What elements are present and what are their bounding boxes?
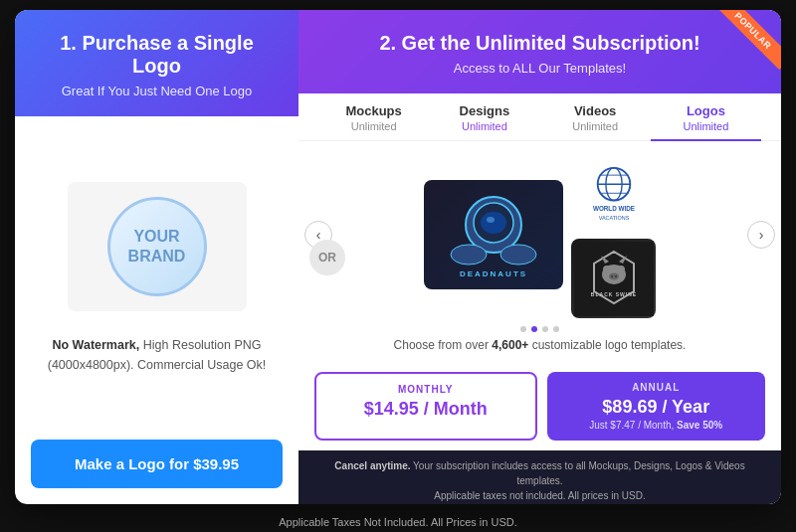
pricing-section: MONTHLY $14.95 / Month ANNUAL $89.69 / Y… — [298, 362, 781, 450]
logo-card-deadnauts[interactable]: DEADNAUTS — [424, 180, 563, 289]
bottom-bar: Applicable Taxes Not Included. All Price… — [0, 512, 796, 532]
right-header: 2. Get the Unlimited Subscription! Acces… — [298, 10, 781, 93]
svg-point-22 — [614, 274, 616, 276]
carousel-desc-suffix: customizable logo templates. — [528, 338, 686, 352]
logo-card-worldwide[interactable]: WORLD WIDE VACATIONS — [571, 151, 656, 231]
logo-card-pigbrand[interactable]: BLACK SWINE — [571, 239, 656, 318]
tab-videos-label: Videos — [544, 103, 647, 118]
monthly-price: $14.95 / Month — [324, 399, 527, 420]
right-footer: Cancel anytime. Your subscription includ… — [298, 450, 781, 504]
carousel-dot-2[interactable] — [531, 326, 537, 332]
left-step-title: 1. Purchase a Single Logo — [35, 32, 279, 78]
carousel-description: Choose from over 4,600+ customizable log… — [394, 338, 687, 352]
svg-point-20 — [609, 272, 619, 279]
pig-logo-visual: BLACK SWINE — [571, 239, 656, 318]
logo-carousel: ‹ — [298, 141, 781, 362]
left-step-subtitle: Great If You Just Need One Logo — [35, 84, 279, 98]
desc-bold: No Watermark, — [52, 338, 139, 352]
annual-sub: Just $7.47 / Month, Save 50% — [555, 420, 758, 431]
svg-text:WORLD WIDE: WORLD WIDE — [592, 205, 634, 212]
svg-point-4 — [451, 245, 487, 265]
make-logo-button[interactable]: Make a Logo for $39.95 — [31, 440, 283, 488]
left-content: YOURBRAND No Watermark, High Resolution … — [15, 116, 298, 440]
annual-price: $89.69 / Year — [555, 397, 758, 418]
svg-text:DEADNAUTS: DEADNAUTS — [460, 269, 527, 278]
tab-logos-sub: Unlimited — [655, 120, 757, 132]
carousel-dots — [520, 326, 559, 332]
tab-videos-sub: Unlimited — [544, 120, 647, 132]
tab-mockups-label: Mockups — [322, 103, 425, 118]
annual-pricing-card[interactable]: ANNUAL $89.69 / Year Just $7.47 / Month,… — [547, 372, 766, 441]
deadnauts-logo-visual: DEADNAUTS — [424, 180, 563, 289]
tab-logos[interactable]: Logos Unlimited — [651, 93, 761, 140]
carousel-dot-3[interactable] — [542, 326, 548, 332]
tab-designs[interactable]: Designs Unlimited — [429, 93, 539, 140]
tab-mockups[interactable]: Mockups Unlimited — [318, 93, 429, 140]
tab-mockups-sub: Unlimited — [322, 120, 425, 132]
brand-circle-wrapper: YOURBRAND — [68, 182, 247, 311]
footer-cancel: Cancel anytime. — [334, 460, 410, 471]
right-step-title: 2. Get the Unlimited Subscription! — [318, 32, 761, 55]
modal-container: 1. Purchase a Single Logo Great If You J… — [15, 10, 781, 504]
tab-videos[interactable]: Videos Unlimited — [540, 93, 651, 140]
svg-point-19 — [617, 266, 625, 273]
popular-badge-text: POPULAR — [715, 10, 781, 70]
svg-text:BLACK SWINE: BLACK SWINE — [590, 291, 636, 297]
logo-cards: DEADNAUTS — [424, 151, 656, 318]
annual-save: Save 50% — [677, 420, 722, 431]
or-divider: OR — [309, 240, 345, 275]
tab-logos-label: Logos — [655, 103, 757, 118]
monthly-pricing-card[interactable]: MONTHLY $14.95 / Month — [314, 372, 537, 441]
single-logo-panel: 1. Purchase a Single Logo Great If You J… — [15, 10, 298, 504]
carousel-next-button[interactable]: › — [747, 221, 775, 249]
carousel-track: ‹ — [298, 151, 781, 318]
tabs-bar: Mockups Unlimited Designs Unlimited Vide… — [298, 93, 781, 141]
worldwide-logo-visual: WORLD WIDE VACATIONS — [571, 151, 656, 231]
carousel-dot-4[interactable] — [553, 326, 559, 332]
svg-point-2 — [481, 212, 506, 234]
brand-circle: YOURBRAND — [107, 197, 207, 296]
popular-badge: POPULAR — [711, 10, 781, 80]
unlimited-subscription-panel: POPULAR 2. Get the Unlimited Subscriptio… — [298, 10, 781, 504]
right-step-subtitle: Access to ALL Our Templates! — [318, 61, 761, 76]
carousel-dot-1[interactable] — [520, 326, 526, 332]
svg-point-5 — [500, 245, 536, 265]
footer-text1: Your subscription includes access to all… — [411, 460, 745, 486]
single-logo-description: No Watermark, High Resolution PNG (4000x… — [35, 335, 279, 375]
annual-sub-prefix: Just $7.47 / Month, — [589, 420, 677, 431]
svg-point-18 — [603, 266, 611, 273]
tab-designs-sub: Unlimited — [433, 120, 535, 132]
left-header: 1. Purchase a Single Logo Great If You J… — [15, 10, 298, 116]
svg-point-3 — [487, 217, 495, 223]
svg-point-21 — [610, 274, 612, 276]
annual-label: ANNUAL — [555, 382, 758, 393]
svg-text:VACATIONS: VACATIONS — [598, 215, 629, 221]
tab-designs-label: Designs — [433, 103, 535, 118]
footer-text2: Applicable taxes not included. All price… — [434, 490, 645, 501]
carousel-desc-prefix: Choose from over — [394, 338, 493, 352]
brand-circle-text: YOURBRAND — [128, 227, 186, 265]
monthly-label: MONTHLY — [324, 384, 527, 395]
carousel-desc-highlight: 4,600+ — [492, 338, 528, 352]
